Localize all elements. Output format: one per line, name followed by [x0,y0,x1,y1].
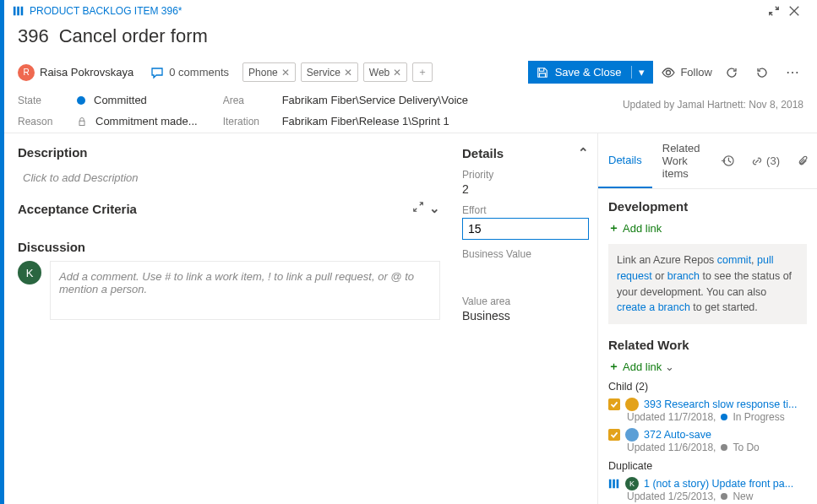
related-meta: Updated 1/25/2013, New [608,490,807,502]
tag-label: Service [307,67,340,79]
comment-icon [150,66,164,79]
chevron-down-icon: ⌄ [665,360,674,373]
svg-rect-10 [617,480,619,489]
close-button[interactable] [788,5,809,17]
related-add-link[interactable]: ＋ Add link ⌄ [608,359,807,374]
discussion-header: Discussion [18,240,440,254]
svg-rect-0 [14,7,16,16]
iteration-value[interactable]: Fabrikam Fiber\Release 1\Sprint 1 [282,115,449,127]
link-branch[interactable]: branch [667,270,700,282]
link-commit[interactable]: commit [717,254,751,266]
collapse-details-icon[interactable]: ⌃ [578,145,589,160]
link-icon [751,155,763,167]
tab-attachments[interactable] [788,133,817,188]
plus-icon: ＋ [608,220,619,236]
related-item[interactable]: 393 Research slow response ti... [608,398,807,411]
discussion-input[interactable]: Add a comment. Use # to link a work item… [50,261,440,320]
related-item[interactable]: 372 Auto-save [608,428,807,442]
details-header: Details [462,146,504,160]
add-tag-button[interactable]: ＋ [412,62,433,82]
tag-remove-icon[interactable]: ✕ [393,67,401,79]
tag-service[interactable]: Service✕ [301,62,358,82]
acceptance-title-text: Acceptance Criteria [18,202,137,216]
state-dot-icon [77,96,85,105]
mini-avatar [625,428,639,442]
state-dot-icon [721,444,727,451]
related-group-child: Child (2) [608,381,807,393]
svg-rect-9 [613,480,615,489]
reason-value[interactable]: Commitment made... [95,115,198,127]
priority-label: Priority [462,169,589,181]
tag-remove-icon[interactable]: ✕ [344,67,352,79]
related-item[interactable]: K 1 (not a story) Update front pa... [608,477,807,490]
follow-icon [662,66,675,79]
svg-point-3 [667,70,671,74]
related-work-header: Related Work [608,338,807,352]
tag-label: Web [369,67,389,79]
tab-links[interactable]: (3) [743,133,788,188]
save-icon [536,67,548,79]
tab-related[interactable]: Related Work items [652,133,713,188]
tag-phone[interactable]: Phone✕ [242,62,296,82]
lock-icon [77,117,87,127]
related-meta: Updated 11/7/2018, In Progress [608,411,807,423]
description-header: Description [18,145,440,160]
window-title: PRODUCT BACKLOG ITEM 396* [30,5,182,17]
pbi-icon [608,398,620,410]
discussion-avatar: K [18,261,41,285]
svg-rect-8 [609,480,612,489]
svg-rect-4 [79,121,84,125]
mini-avatar: K [625,477,639,490]
value-area-value[interactable]: Business [462,309,589,322]
tag-label: Phone [248,67,278,79]
restore-button[interactable] [768,5,788,17]
pbi-icon [13,5,25,17]
effort-input[interactable] [462,218,589,240]
workitem-title[interactable]: Cancel order form [59,25,208,47]
pbi-icon [608,478,620,490]
expand-icon[interactable] [412,201,424,216]
assignee-name: Raisa Pokrovskaya [40,66,133,79]
mini-avatar [625,398,639,411]
assignee-picker[interactable]: R Raisa Pokrovskaya [18,64,133,81]
refresh-button[interactable] [721,62,743,84]
svg-rect-6 [608,398,620,410]
development-add-link[interactable]: ＋ Add link [608,220,807,236]
history-icon [722,154,734,167]
follow-button[interactable]: Follow [662,66,712,79]
link-create-branch[interactable]: create a branch [617,301,690,313]
reason-label: Reason [18,116,68,127]
tag-remove-icon[interactable]: ✕ [281,67,290,79]
svg-rect-7 [608,429,620,441]
priority-value[interactable]: 2 [462,182,589,196]
avatar: R [18,64,35,81]
development-header: Development [608,199,807,214]
save-close-button[interactable]: Save & Close ▾ [528,61,654,84]
tab-details[interactable]: Details [598,133,652,188]
related-group-duplicate: Duplicate [608,460,807,472]
more-actions-button[interactable]: ⋯ [782,62,803,84]
revert-button[interactable] [751,62,773,84]
follow-label: Follow [680,66,712,79]
save-dropdown[interactable]: ▾ [631,66,645,79]
iteration-label: Iteration [223,116,274,127]
state-value[interactable]: Committed [94,94,147,106]
tab-history[interactable] [713,133,743,188]
updated-by: Updated by Jamal Hartnett: Nov 8, 2018 [623,94,803,127]
area-value[interactable]: Fabrikam Fiber\Service Delivery\Voice [282,94,468,106]
state-dot-icon [721,414,727,420]
state-label: State [18,95,68,106]
plus-icon: ＋ [608,359,619,374]
chevron-down-icon[interactable]: ⌄ [429,201,440,216]
svg-rect-1 [17,7,19,16]
comments-label: 0 comments [169,66,229,79]
links-count: (3) [766,154,780,167]
effort-label: Effort [462,204,589,216]
development-info: Link an Azure Repos commit, pull request… [608,244,807,324]
description-field[interactable]: Click to add Description [18,166,440,201]
pbi-icon [608,429,620,441]
comments-button[interactable]: 0 comments [150,66,229,79]
add-link-label: Add link [623,222,662,235]
state-dot-icon [721,493,727,500]
tag-web[interactable]: Web✕ [363,62,407,82]
